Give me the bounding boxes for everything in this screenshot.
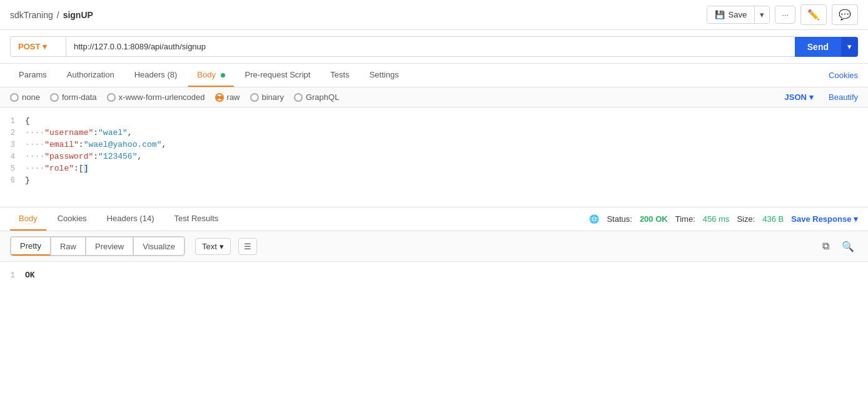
- search-icon: 🔍: [842, 241, 854, 252]
- resp-line-1: 1 OK: [0, 269, 868, 281]
- url-input[interactable]: [66, 36, 795, 57]
- radio-none: [10, 93, 19, 102]
- top-actions: 💾 Save ▾ ··· ✏️ 💬: [707, 4, 858, 25]
- edit-icon: ✏️: [807, 9, 820, 20]
- response-toolbar: Pretty Raw Preview Visualize Text ▾ ☰ ⧉ …: [0, 231, 868, 262]
- time-label: Time:: [675, 214, 695, 224]
- response-body: 1 OK: [0, 262, 868, 312]
- tab-body[interactable]: Body: [188, 64, 233, 87]
- tab-authorization[interactable]: Authorization: [58, 64, 123, 87]
- resp-tab-headers[interactable]: Headers (14): [98, 207, 163, 231]
- option-urlencoded[interactable]: x-www-form-urlencoded: [107, 92, 205, 102]
- request-tabs: Params Authorization Headers (8) Body Pr…: [0, 64, 868, 87]
- tab-headers[interactable]: Headers (8): [126, 64, 186, 87]
- format-tab-group: Pretty Raw Preview Visualize: [10, 236, 185, 256]
- comment-icon: 💬: [839, 9, 851, 20]
- json-format-select[interactable]: JSON ▾: [785, 92, 814, 102]
- radio-binary: [250, 93, 259, 102]
- body-dot: [221, 73, 225, 77]
- save-disk-icon: 💾: [715, 10, 725, 19]
- time-value: 456 ms: [703, 214, 730, 224]
- code-line-4: 4 ····"password":"123456",: [0, 151, 868, 162]
- method-label: POST: [18, 42, 40, 51]
- resp-tab-cookies[interactable]: Cookies: [49, 207, 96, 231]
- filter-button[interactable]: ☰: [238, 238, 257, 255]
- radio-urlencoded: [107, 93, 116, 102]
- send-chevron-button[interactable]: ▾: [841, 37, 858, 57]
- format-raw[interactable]: Raw: [51, 237, 86, 256]
- response-tabs: Body Cookies Headers (14) Test Results 🌐…: [0, 207, 868, 231]
- breadcrumb: sdkTraning / signUP: [10, 10, 93, 20]
- radio-form-data: [50, 93, 59, 102]
- text-chevron-icon: ▾: [220, 242, 224, 251]
- code-line-3: 3 ····"email":"wael@yahoo.com",: [0, 139, 868, 151]
- option-form-data[interactable]: form-data: [50, 92, 97, 102]
- top-bar: sdkTraning / signUP 💾 Save ▾ ··· ✏️ 💬: [0, 0, 868, 30]
- json-chevron-icon: ▾: [809, 92, 814, 102]
- status-value: 200 OK: [640, 214, 668, 224]
- workspace-name[interactable]: sdkTraning: [10, 10, 53, 20]
- option-raw[interactable]: raw: [215, 92, 240, 102]
- size-value: 436 B: [762, 214, 784, 224]
- method-select[interactable]: POST ▾: [10, 36, 66, 57]
- tab-params[interactable]: Params: [10, 64, 56, 87]
- method-chevron: ▾: [43, 42, 47, 51]
- beautify-button[interactable]: Beautify: [829, 92, 858, 102]
- save-label: Save: [729, 10, 747, 19]
- size-label: Size:: [737, 214, 755, 224]
- code-line-6: 6 }: [0, 174, 868, 186]
- format-preview[interactable]: Preview: [86, 237, 133, 256]
- tab-settings[interactable]: Settings: [361, 64, 408, 87]
- response-icons: ⧉ 🔍: [819, 238, 858, 255]
- comment-button[interactable]: 💬: [832, 4, 858, 25]
- filter-icon: ☰: [244, 242, 251, 251]
- resp-tab-body[interactable]: Body: [10, 207, 46, 231]
- text-format-select[interactable]: Text ▾: [195, 238, 231, 255]
- save-chevron-button[interactable]: ▾: [754, 6, 769, 23]
- option-none[interactable]: none: [10, 92, 40, 102]
- cookies-link[interactable]: Cookies: [829, 71, 858, 80]
- search-response-button[interactable]: 🔍: [838, 238, 858, 255]
- resp-tab-test-results[interactable]: Test Results: [165, 207, 227, 231]
- code-line-1: 1 {: [0, 115, 868, 127]
- edit-button[interactable]: ✏️: [800, 4, 827, 25]
- save-group: 💾 Save ▾: [707, 6, 770, 24]
- option-binary[interactable]: binary: [250, 92, 284, 102]
- save-button[interactable]: 💾 Save: [707, 6, 755, 23]
- format-visualize[interactable]: Visualize: [133, 237, 184, 256]
- status-label: Status:: [607, 214, 632, 224]
- code-line-5: 5 ····"role":[]: [0, 162, 868, 174]
- copy-response-button[interactable]: ⧉: [819, 238, 833, 255]
- globe-icon: 🌐: [589, 214, 599, 224]
- body-options: none form-data x-www-form-urlencoded raw…: [0, 87, 868, 107]
- send-label: Send: [807, 42, 829, 52]
- more-button[interactable]: ···: [775, 6, 795, 24]
- option-graphql[interactable]: GraphQL: [294, 92, 339, 102]
- code-editor[interactable]: 1 { 2 ····"username":"wael", 3 ····"emai…: [0, 107, 868, 207]
- radio-raw: [215, 93, 224, 102]
- save-response-button[interactable]: Save Response ▾: [791, 214, 858, 224]
- tab-tests[interactable]: Tests: [321, 64, 358, 87]
- code-line-2: 2 ····"username":"wael",: [0, 127, 868, 139]
- send-button[interactable]: Send: [795, 37, 841, 57]
- format-pretty[interactable]: Pretty: [11, 237, 51, 256]
- response-meta: 🌐 Status: 200 OK Time: 456 ms Size: 436 …: [589, 214, 858, 224]
- save-response-chevron: ▾: [854, 214, 858, 224]
- tab-prerequest[interactable]: Pre-request Script: [236, 64, 320, 87]
- url-bar: POST ▾ Send ▾: [0, 30, 868, 64]
- copy-icon: ⧉: [822, 241, 829, 251]
- radio-graphql: [294, 93, 303, 102]
- breadcrumb-separator: /: [57, 10, 59, 20]
- send-group: Send ▾: [795, 37, 858, 57]
- request-name[interactable]: signUP: [63, 10, 93, 20]
